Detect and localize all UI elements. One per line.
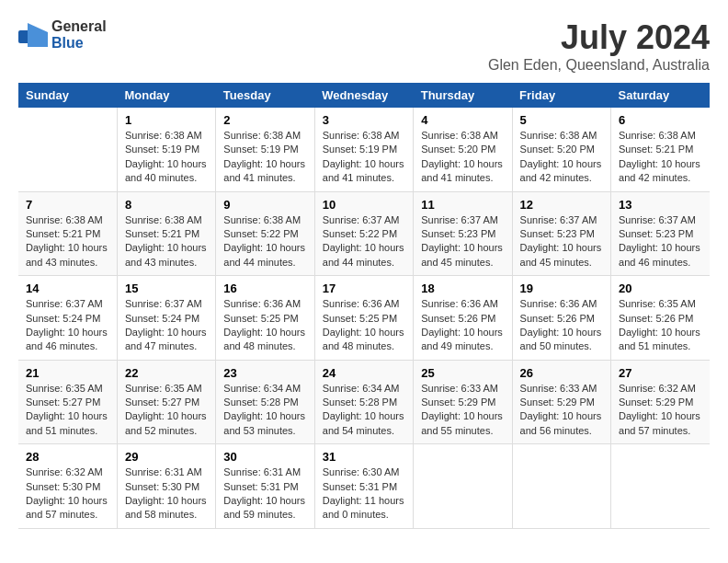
- day-info: Sunrise: 6:37 AM Sunset: 5:23 PM Dayligh…: [520, 213, 603, 270]
- calendar-cell: 23Sunrise: 6:34 AM Sunset: 5:28 PM Dayli…: [216, 360, 314, 444]
- day-info: Sunrise: 6:38 AM Sunset: 5:20 PM Dayligh…: [520, 129, 603, 186]
- col-header-wednesday: Wednesday: [314, 83, 413, 108]
- calendar-cell: [512, 444, 610, 529]
- calendar-cell: 18Sunrise: 6:36 AM Sunset: 5:26 PM Dayli…: [414, 276, 512, 361]
- day-number: 10: [323, 198, 405, 212]
- location-title: Glen Eden, Queensland, Australia: [488, 57, 710, 74]
- day-number: 21: [26, 366, 109, 380]
- calendar-cell: 7Sunrise: 6:38 AM Sunset: 5:21 PM Daylig…: [18, 191, 117, 276]
- day-number: 5: [520, 113, 603, 127]
- calendar-cell: 26Sunrise: 6:33 AM Sunset: 5:29 PM Dayli…: [512, 360, 610, 444]
- day-number: 14: [26, 282, 109, 295]
- day-info: Sunrise: 6:38 AM Sunset: 5:19 PM Dayligh…: [125, 129, 208, 186]
- day-info: Sunrise: 6:31 AM Sunset: 5:31 PM Dayligh…: [223, 465, 306, 523]
- day-info: Sunrise: 6:30 AM Sunset: 5:31 PM Dayligh…: [323, 465, 405, 523]
- day-number: 26: [520, 366, 603, 380]
- day-number: 28: [26, 450, 109, 464]
- calendar-cell: 10Sunrise: 6:37 AM Sunset: 5:22 PM Dayli…: [314, 191, 413, 276]
- calendar-header: SundayMondayTuesdayWednesdayThursdayFrid…: [18, 83, 710, 108]
- day-info: Sunrise: 6:38 AM Sunset: 5:19 PM Dayligh…: [323, 129, 405, 186]
- calendar-table: SundayMondayTuesdayWednesdayThursdayFrid…: [18, 83, 710, 529]
- day-info: Sunrise: 6:38 AM Sunset: 5:22 PM Dayligh…: [223, 213, 306, 270]
- day-number: 4: [421, 113, 504, 127]
- day-number: 30: [223, 450, 306, 464]
- day-number: 31: [323, 450, 405, 464]
- day-info: Sunrise: 6:37 AM Sunset: 5:23 PM Dayligh…: [619, 213, 702, 270]
- day-info: Sunrise: 6:38 AM Sunset: 5:21 PM Dayligh…: [619, 129, 702, 186]
- day-number: 9: [223, 198, 306, 212]
- day-number: 22: [125, 366, 208, 380]
- header: General Blue July 2024 Glen Eden, Queens…: [18, 18, 710, 74]
- week-row-1: 1Sunrise: 6:38 AM Sunset: 5:19 PM Daylig…: [18, 108, 710, 191]
- day-info: Sunrise: 6:32 AM Sunset: 5:30 PM Dayligh…: [26, 465, 109, 523]
- calendar-cell: 8Sunrise: 6:38 AM Sunset: 5:21 PM Daylig…: [117, 191, 215, 276]
- calendar-cell: 1Sunrise: 6:38 AM Sunset: 5:19 PM Daylig…: [117, 108, 215, 191]
- week-row-2: 7Sunrise: 6:38 AM Sunset: 5:21 PM Daylig…: [18, 191, 710, 276]
- day-number: 8: [125, 198, 208, 212]
- calendar-cell: 29Sunrise: 6:31 AM Sunset: 5:30 PM Dayli…: [117, 444, 215, 529]
- day-info: Sunrise: 6:38 AM Sunset: 5:19 PM Dayligh…: [223, 129, 306, 186]
- day-info: Sunrise: 6:35 AM Sunset: 5:27 PM Dayligh…: [125, 382, 208, 439]
- day-number: 23: [223, 366, 306, 380]
- calendar-cell: [18, 108, 117, 191]
- day-number: 25: [421, 366, 504, 380]
- calendar-cell: 3Sunrise: 6:38 AM Sunset: 5:19 PM Daylig…: [314, 108, 413, 191]
- day-number: 11: [421, 198, 504, 212]
- week-row-4: 21Sunrise: 6:35 AM Sunset: 5:27 PM Dayli…: [18, 360, 710, 444]
- calendar-cell: 27Sunrise: 6:32 AM Sunset: 5:29 PM Dayli…: [611, 360, 710, 444]
- calendar-cell: 21Sunrise: 6:35 AM Sunset: 5:27 PM Dayli…: [18, 360, 117, 444]
- day-info: Sunrise: 6:37 AM Sunset: 5:24 PM Dayligh…: [26, 297, 109, 354]
- day-info: Sunrise: 6:33 AM Sunset: 5:29 PM Dayligh…: [520, 382, 603, 439]
- svg-marker-1: [28, 23, 48, 47]
- calendar-cell: 31Sunrise: 6:30 AM Sunset: 5:31 PM Dayli…: [314, 444, 413, 529]
- calendar-cell: 11Sunrise: 6:37 AM Sunset: 5:23 PM Dayli…: [414, 191, 512, 276]
- day-info: Sunrise: 6:36 AM Sunset: 5:25 PM Dayligh…: [223, 297, 306, 354]
- day-number: 20: [619, 282, 702, 295]
- calendar-cell: 2Sunrise: 6:38 AM Sunset: 5:19 PM Daylig…: [216, 108, 314, 191]
- calendar-cell: 19Sunrise: 6:36 AM Sunset: 5:26 PM Dayli…: [512, 276, 610, 361]
- day-info: Sunrise: 6:34 AM Sunset: 5:28 PM Dayligh…: [323, 382, 405, 439]
- calendar-cell: 24Sunrise: 6:34 AM Sunset: 5:28 PM Dayli…: [314, 360, 413, 444]
- col-header-saturday: Saturday: [611, 83, 710, 108]
- week-row-5: 28Sunrise: 6:32 AM Sunset: 5:30 PM Dayli…: [18, 444, 710, 529]
- month-title: July 2024: [488, 18, 710, 57]
- calendar-cell: 14Sunrise: 6:37 AM Sunset: 5:24 PM Dayli…: [18, 276, 117, 361]
- calendar-cell: 17Sunrise: 6:36 AM Sunset: 5:25 PM Dayli…: [314, 276, 413, 361]
- col-header-sunday: Sunday: [18, 83, 117, 108]
- logo-blue: Blue: [51, 35, 84, 51]
- day-number: 18: [421, 282, 504, 295]
- day-info: Sunrise: 6:37 AM Sunset: 5:24 PM Dayligh…: [125, 297, 208, 354]
- day-info: Sunrise: 6:36 AM Sunset: 5:26 PM Dayligh…: [520, 297, 603, 354]
- day-info: Sunrise: 6:35 AM Sunset: 5:27 PM Dayligh…: [26, 382, 109, 439]
- day-number: 19: [520, 282, 603, 295]
- day-info: Sunrise: 6:32 AM Sunset: 5:29 PM Dayligh…: [619, 382, 702, 439]
- calendar-cell: 16Sunrise: 6:36 AM Sunset: 5:25 PM Dayli…: [216, 276, 314, 361]
- calendar-cell: 5Sunrise: 6:38 AM Sunset: 5:20 PM Daylig…: [512, 108, 610, 191]
- day-number: 3: [323, 113, 405, 127]
- logo-icon: [18, 23, 48, 47]
- day-info: Sunrise: 6:37 AM Sunset: 5:23 PM Dayligh…: [421, 213, 504, 270]
- day-number: 2: [223, 113, 306, 127]
- calendar-cell: 13Sunrise: 6:37 AM Sunset: 5:23 PM Dayli…: [611, 191, 710, 276]
- day-number: 12: [520, 198, 603, 212]
- day-info: Sunrise: 6:35 AM Sunset: 5:26 PM Dayligh…: [619, 297, 702, 354]
- day-number: 17: [323, 282, 405, 295]
- day-number: 27: [619, 366, 702, 380]
- calendar-cell: 4Sunrise: 6:38 AM Sunset: 5:20 PM Daylig…: [414, 108, 512, 191]
- col-header-monday: Monday: [117, 83, 215, 108]
- calendar-cell: 22Sunrise: 6:35 AM Sunset: 5:27 PM Dayli…: [117, 360, 215, 444]
- week-row-3: 14Sunrise: 6:37 AM Sunset: 5:24 PM Dayli…: [18, 276, 710, 361]
- day-number: 16: [223, 282, 306, 295]
- day-number: 13: [619, 198, 702, 212]
- calendar-cell: 30Sunrise: 6:31 AM Sunset: 5:31 PM Dayli…: [216, 444, 314, 529]
- calendar-cell: 28Sunrise: 6:32 AM Sunset: 5:30 PM Dayli…: [18, 444, 117, 529]
- day-number: 6: [619, 113, 702, 127]
- day-info: Sunrise: 6:34 AM Sunset: 5:28 PM Dayligh…: [223, 382, 306, 439]
- day-number: 29: [125, 450, 208, 464]
- calendar-cell: [414, 444, 512, 529]
- title-area: July 2024 Glen Eden, Queensland, Austral…: [488, 18, 710, 74]
- col-header-tuesday: Tuesday: [216, 83, 314, 108]
- day-info: Sunrise: 6:33 AM Sunset: 5:29 PM Dayligh…: [421, 382, 504, 439]
- col-header-thursday: Thursday: [414, 83, 512, 108]
- day-info: Sunrise: 6:38 AM Sunset: 5:20 PM Dayligh…: [421, 129, 504, 186]
